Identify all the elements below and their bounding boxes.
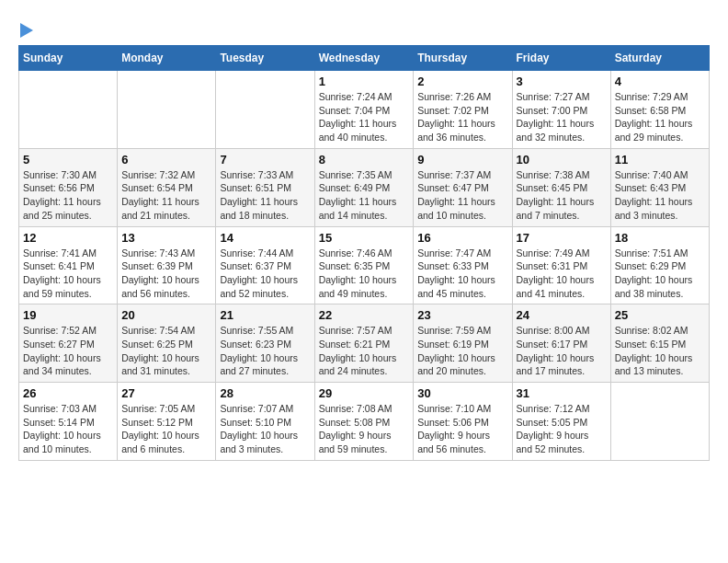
day-number: 26 <box>23 386 113 400</box>
calendar-week-2: 5Sunrise: 7:30 AM Sunset: 6:56 PM Daylig… <box>19 148 710 226</box>
day-number: 11 <box>615 153 705 167</box>
day-number: 13 <box>121 231 211 245</box>
day-number: 29 <box>319 386 410 400</box>
calendar-week-3: 12Sunrise: 7:41 AM Sunset: 6:41 PM Dayli… <box>19 226 710 304</box>
day-info: Sunrise: 7:59 AM Sunset: 6:19 PM Dayligh… <box>417 324 507 378</box>
day-number: 10 <box>517 153 607 167</box>
logo-line1 <box>18 18 33 40</box>
calendar-cell: 26Sunrise: 7:03 AM Sunset: 5:14 PM Dayli… <box>19 383 118 461</box>
day-info: Sunrise: 7:10 AM Sunset: 5:06 PM Dayligh… <box>417 402 507 456</box>
calendar-cell: 28Sunrise: 7:07 AM Sunset: 5:10 PM Dayli… <box>216 383 314 461</box>
logo <box>18 18 33 36</box>
calendar-cell: 19Sunrise: 7:52 AM Sunset: 6:27 PM Dayli… <box>19 304 118 383</box>
calendar-cell: 27Sunrise: 7:05 AM Sunset: 5:12 PM Dayli… <box>118 383 216 461</box>
day-info: Sunrise: 7:54 AM Sunset: 6:25 PM Dayligh… <box>121 324 211 378</box>
calendar-cell <box>118 71 216 149</box>
calendar-cell: 6Sunrise: 7:32 AM Sunset: 6:54 PM Daylig… <box>118 148 216 226</box>
calendar-cell: 2Sunrise: 7:26 AM Sunset: 7:02 PM Daylig… <box>414 71 512 149</box>
day-info: Sunrise: 8:00 AM Sunset: 6:17 PM Dayligh… <box>517 324 607 378</box>
calendar-cell: 25Sunrise: 8:02 AM Sunset: 6:15 PM Dayli… <box>610 304 709 383</box>
weekday-header-thursday: Thursday <box>414 46 512 71</box>
day-number: 31 <box>517 386 607 400</box>
day-number: 20 <box>121 308 211 322</box>
day-info: Sunrise: 8:02 AM Sunset: 6:15 PM Dayligh… <box>615 324 705 378</box>
calendar-cell: 5Sunrise: 7:30 AM Sunset: 6:56 PM Daylig… <box>19 148 118 226</box>
day-info: Sunrise: 7:27 AM Sunset: 7:00 PM Dayligh… <box>517 90 607 144</box>
day-info: Sunrise: 7:35 AM Sunset: 6:49 PM Dayligh… <box>319 168 410 223</box>
calendar-cell: 16Sunrise: 7:47 AM Sunset: 6:33 PM Dayli… <box>414 226 512 304</box>
day-number: 4 <box>615 75 705 88</box>
day-number: 9 <box>417 153 507 167</box>
day-number: 27 <box>121 386 211 400</box>
weekday-header-tuesday: Tuesday <box>216 46 314 71</box>
calendar-cell: 14Sunrise: 7:44 AM Sunset: 6:37 PM Dayli… <box>216 226 314 304</box>
calendar-body: 1Sunrise: 7:24 AM Sunset: 7:04 PM Daylig… <box>19 71 710 461</box>
calendar-week-5: 26Sunrise: 7:03 AM Sunset: 5:14 PM Dayli… <box>19 383 710 461</box>
day-info: Sunrise: 7:52 AM Sunset: 6:27 PM Dayligh… <box>23 324 113 378</box>
day-info: Sunrise: 7:40 AM Sunset: 6:43 PM Dayligh… <box>615 168 705 223</box>
calendar-cell <box>216 71 314 149</box>
day-number: 28 <box>220 386 310 400</box>
calendar-cell: 1Sunrise: 7:24 AM Sunset: 7:04 PM Daylig… <box>314 71 414 149</box>
weekday-header-friday: Friday <box>512 46 610 71</box>
day-number: 17 <box>517 231 607 245</box>
day-info: Sunrise: 7:29 AM Sunset: 6:58 PM Dayligh… <box>615 90 705 144</box>
day-number: 23 <box>417 308 507 322</box>
day-info: Sunrise: 7:44 AM Sunset: 6:37 PM Dayligh… <box>220 247 310 301</box>
day-number: 2 <box>417 75 507 88</box>
calendar-cell: 30Sunrise: 7:10 AM Sunset: 5:06 PM Dayli… <box>414 383 512 461</box>
calendar-table: SundayMondayTuesdayWednesdayThursdayFrid… <box>18 45 710 461</box>
logo-arrow-icon <box>20 23 33 38</box>
calendar-week-4: 19Sunrise: 7:52 AM Sunset: 6:27 PM Dayli… <box>19 304 710 383</box>
weekday-header-sunday: Sunday <box>19 46 118 71</box>
calendar-cell: 10Sunrise: 7:38 AM Sunset: 6:45 PM Dayli… <box>512 148 610 226</box>
day-info: Sunrise: 7:12 AM Sunset: 5:05 PM Dayligh… <box>517 402 607 456</box>
calendar-cell: 31Sunrise: 7:12 AM Sunset: 5:05 PM Dayli… <box>512 383 610 461</box>
day-info: Sunrise: 7:07 AM Sunset: 5:10 PM Dayligh… <box>220 402 310 456</box>
day-info: Sunrise: 7:37 AM Sunset: 6:47 PM Dayligh… <box>417 168 507 223</box>
calendar-cell: 21Sunrise: 7:55 AM Sunset: 6:23 PM Dayli… <box>216 304 314 383</box>
day-number: 30 <box>417 386 507 400</box>
day-info: Sunrise: 7:41 AM Sunset: 6:41 PM Dayligh… <box>23 247 113 301</box>
day-info: Sunrise: 7:47 AM Sunset: 6:33 PM Dayligh… <box>417 247 507 301</box>
weekday-header-wednesday: Wednesday <box>314 46 414 71</box>
day-number: 3 <box>517 75 607 88</box>
page-header <box>18 18 710 36</box>
calendar-cell: 8Sunrise: 7:35 AM Sunset: 6:49 PM Daylig… <box>314 148 414 226</box>
calendar-cell: 18Sunrise: 7:51 AM Sunset: 6:29 PM Dayli… <box>610 226 709 304</box>
calendar-cell: 17Sunrise: 7:49 AM Sunset: 6:31 PM Dayli… <box>512 226 610 304</box>
day-info: Sunrise: 7:03 AM Sunset: 5:14 PM Dayligh… <box>23 402 113 456</box>
day-number: 15 <box>319 231 410 245</box>
day-number: 8 <box>319 153 410 167</box>
day-number: 24 <box>517 308 607 322</box>
day-info: Sunrise: 7:38 AM Sunset: 6:45 PM Dayligh… <box>517 168 607 223</box>
day-number: 5 <box>23 153 113 167</box>
day-number: 21 <box>220 308 310 322</box>
calendar-header: SundayMondayTuesdayWednesdayThursdayFrid… <box>19 46 710 71</box>
calendar-cell: 7Sunrise: 7:33 AM Sunset: 6:51 PM Daylig… <box>216 148 314 226</box>
day-number: 22 <box>319 308 410 322</box>
day-number: 16 <box>417 231 507 245</box>
day-number: 19 <box>23 308 113 322</box>
day-info: Sunrise: 7:46 AM Sunset: 6:35 PM Dayligh… <box>319 247 410 301</box>
calendar-cell: 15Sunrise: 7:46 AM Sunset: 6:35 PM Dayli… <box>314 226 414 304</box>
day-info: Sunrise: 7:51 AM Sunset: 6:29 PM Dayligh… <box>615 247 705 301</box>
calendar-cell: 11Sunrise: 7:40 AM Sunset: 6:43 PM Dayli… <box>610 148 709 226</box>
day-number: 14 <box>220 231 310 245</box>
day-info: Sunrise: 7:05 AM Sunset: 5:12 PM Dayligh… <box>121 402 211 456</box>
calendar-cell: 9Sunrise: 7:37 AM Sunset: 6:47 PM Daylig… <box>414 148 512 226</box>
weekday-header-monday: Monday <box>118 46 216 71</box>
day-number: 1 <box>319 75 410 88</box>
calendar-cell: 24Sunrise: 8:00 AM Sunset: 6:17 PM Dayli… <box>512 304 610 383</box>
day-number: 7 <box>220 153 310 167</box>
day-info: Sunrise: 7:08 AM Sunset: 5:08 PM Dayligh… <box>319 402 410 456</box>
calendar-cell: 4Sunrise: 7:29 AM Sunset: 6:58 PM Daylig… <box>610 71 709 149</box>
calendar-cell <box>19 71 118 149</box>
calendar-week-1: 1Sunrise: 7:24 AM Sunset: 7:04 PM Daylig… <box>19 71 710 149</box>
day-number: 12 <box>23 231 113 245</box>
calendar-cell: 3Sunrise: 7:27 AM Sunset: 7:00 PM Daylig… <box>512 71 610 149</box>
day-info: Sunrise: 7:43 AM Sunset: 6:39 PM Dayligh… <box>121 247 211 301</box>
weekday-header-saturday: Saturday <box>610 46 709 71</box>
day-number: 25 <box>615 308 705 322</box>
calendar-cell: 12Sunrise: 7:41 AM Sunset: 6:41 PM Dayli… <box>19 226 118 304</box>
